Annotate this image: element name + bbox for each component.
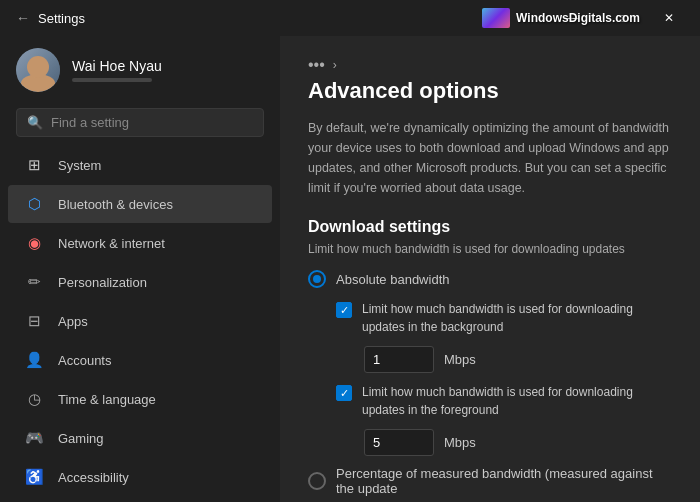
search-input[interactable] [51, 115, 253, 130]
input-row-foreground: Mbps [364, 429, 672, 456]
user-profile: Wai Hoe Nyau [0, 36, 280, 104]
description: By default, we're dynamically optimizing… [308, 118, 672, 198]
checkbox-foreground-box[interactable] [336, 385, 352, 401]
accounts-icon: 👤 [24, 350, 44, 370]
sidebar-item-bluetooth[interactable]: ⬡ Bluetooth & devices [8, 185, 272, 223]
accessibility-icon: ♿ [24, 467, 44, 487]
user-info: Wai Hoe Nyau [72, 58, 162, 82]
sidebar-item-label-time: Time & language [58, 392, 156, 407]
watermark: WindowsDigitals.com [482, 8, 640, 28]
sidebar-item-accessibility[interactable]: ♿ Accessibility [8, 458, 272, 494]
breadcrumb-dots: ••• [308, 56, 325, 74]
sidebar-item-label-gaming: Gaming [58, 431, 104, 446]
sidebar-item-gaming[interactable]: 🎮 Gaming [8, 419, 272, 457]
sidebar-item-label-personalization: Personalization [58, 275, 147, 290]
radio-percentage-label: Percentage of measured bandwidth (measur… [336, 466, 672, 496]
avatar-image [16, 48, 60, 92]
sidebar-item-label-bluetooth: Bluetooth & devices [58, 197, 173, 212]
apps-icon: ⊟ [24, 311, 44, 331]
settings-window: ← Settings WindowsDigitals.com — □ ✕ Wai… [0, 0, 700, 502]
sidebar-item-label-system: System [58, 158, 101, 173]
main-layout: Wai Hoe Nyau 🔍 ⊞ System ⬡ Bluetooth & de… [0, 36, 700, 502]
input-row-background: Mbps [364, 346, 672, 373]
sidebar-item-apps[interactable]: ⊟ Apps [8, 302, 272, 340]
user-name: Wai Hoe Nyau [72, 58, 162, 74]
content-area: ••• › Advanced options By default, we're… [280, 36, 700, 502]
window-title: Settings [38, 11, 85, 26]
radio-percentage-circle[interactable] [308, 472, 326, 490]
search-box[interactable]: 🔍 [16, 108, 264, 137]
search-icon: 🔍 [27, 115, 43, 130]
sidebar-item-accounts[interactable]: 👤 Accounts [8, 341, 272, 379]
unit-background: Mbps [444, 352, 476, 367]
sidebar-item-network[interactable]: ◉ Network & internet [8, 224, 272, 262]
sidebar-item-personalization[interactable]: ✏ Personalization [8, 263, 272, 301]
close-button[interactable]: ✕ [646, 0, 692, 36]
breadcrumb: ••• › [308, 56, 672, 74]
title-bar-left: ← Settings [16, 10, 85, 26]
radio-absolute-circle[interactable] [308, 270, 326, 288]
checkbox-background-box[interactable] [336, 302, 352, 318]
page-title: Advanced options [308, 78, 672, 104]
back-button[interactable]: ← [16, 10, 30, 26]
section-subtitle: Limit how much bandwidth is used for dow… [308, 242, 672, 256]
watermark-text: WindowsDigitals.com [516, 11, 640, 25]
sidebar-item-label-apps: Apps [58, 314, 88, 329]
breadcrumb-arrow: › [333, 58, 337, 72]
sidebar-item-label-accessibility: Accessibility [58, 470, 129, 485]
personalization-icon: ✏ [24, 272, 44, 292]
section-title: Download settings [308, 218, 672, 236]
network-icon: ◉ [24, 233, 44, 253]
avatar [16, 48, 60, 92]
unit-foreground: Mbps [444, 435, 476, 450]
bandwidth-foreground-input[interactable] [364, 429, 434, 456]
bluetooth-icon: ⬡ [24, 194, 44, 214]
sidebar-item-time[interactable]: ◷ Time & language [8, 380, 272, 418]
gaming-icon: 🎮 [24, 428, 44, 448]
sidebar: Wai Hoe Nyau 🔍 ⊞ System ⬡ Bluetooth & de… [0, 36, 280, 502]
watermark-logo [482, 8, 510, 28]
user-bar [72, 78, 152, 82]
system-icon: ⊞ [24, 155, 44, 175]
sidebar-item-system[interactable]: ⊞ System [8, 146, 272, 184]
radio-percentage[interactable]: Percentage of measured bandwidth (measur… [308, 466, 672, 496]
checkbox-foreground[interactable]: Limit how much bandwidth is used for dow… [336, 383, 672, 419]
checkbox-background[interactable]: Limit how much bandwidth is used for dow… [336, 300, 672, 336]
radio-absolute-label: Absolute bandwidth [336, 272, 449, 287]
checkbox-foreground-label: Limit how much bandwidth is used for dow… [362, 383, 672, 419]
sidebar-item-label-accounts: Accounts [58, 353, 111, 368]
checkbox-background-label: Limit how much bandwidth is used for dow… [362, 300, 672, 336]
sidebar-item-label-network: Network & internet [58, 236, 165, 251]
nav-list: ⊞ System ⬡ Bluetooth & devices ◉ Network… [0, 145, 280, 494]
time-icon: ◷ [24, 389, 44, 409]
title-bar: ← Settings WindowsDigitals.com — □ ✕ [0, 0, 700, 36]
bandwidth-background-input[interactable] [364, 346, 434, 373]
radio-absolute[interactable]: Absolute bandwidth [308, 270, 672, 288]
